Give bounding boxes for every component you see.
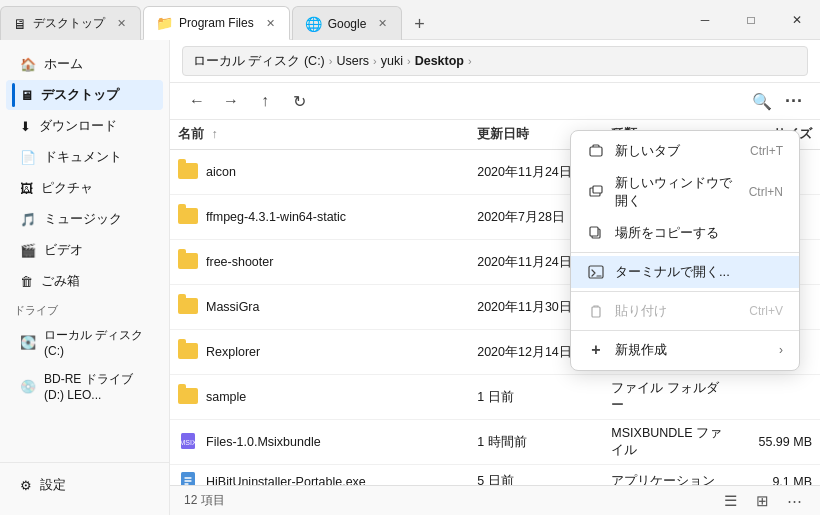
breadcrumb-yuki: yuki	[381, 54, 403, 68]
tab-google-close[interactable]: ✕	[376, 15, 389, 32]
file-name-cell: free-shooter	[170, 240, 469, 285]
sidebar-footer: ⚙ 設定	[0, 462, 169, 507]
up-button[interactable]: ↑	[250, 87, 280, 115]
ctx-newwindow-shortcut: Ctrl+N	[749, 185, 783, 199]
file-name: Files-1.0.Msixbundle	[206, 435, 321, 449]
more-button[interactable]: ···	[780, 87, 808, 115]
sidebar-item-home[interactable]: 🏠 ホーム	[6, 49, 163, 79]
tab-desktop[interactable]: 🖥 デスクトップ ✕	[0, 6, 141, 40]
search-button[interactable]: 🔍	[748, 87, 776, 115]
back-button[interactable]: ←	[182, 87, 212, 115]
maximize-button[interactable]: □	[728, 0, 774, 39]
ctx-terminal[interactable]: ターミナルで開く...	[571, 256, 799, 288]
svg-rect-12	[590, 227, 598, 236]
status-right: ☰ ⊞ ⋯	[718, 489, 806, 513]
ctx-paste-icon	[587, 302, 605, 320]
sidebar-item-bdre[interactable]: 💿 BD-RE ドライブ (D:) LEO...	[6, 365, 163, 408]
forward-button[interactable]: →	[216, 87, 246, 115]
layout-icon[interactable]: ⊞	[750, 489, 774, 513]
window-controls: ─ □ ✕	[682, 0, 820, 39]
tab-programfiles[interactable]: 📁 Program Files ✕	[143, 6, 290, 40]
ctx-paste[interactable]: 貼り付け Ctrl+V	[571, 295, 799, 327]
table-row[interactable]: sample 1 日前 ファイル フォルダー	[170, 375, 820, 420]
ctx-newtab-shortcut: Ctrl+T	[750, 144, 783, 158]
svg-text:MSIX: MSIX	[179, 439, 196, 446]
address-bar: ローカル ディスク (C:) › Users › yuki › Desktop …	[170, 40, 820, 83]
file-date: 5 日前	[469, 465, 603, 486]
ctx-new-icon: +	[587, 341, 605, 359]
sidebar-desktop-label: デスクトップ	[41, 86, 119, 104]
file-kind: アプリケーション	[603, 465, 737, 486]
ctx-new-label: 新規作成	[615, 341, 769, 359]
ctx-terminal-icon	[587, 263, 605, 281]
close-button[interactable]: ✕	[774, 0, 820, 39]
sidebar-home-label: ホーム	[44, 55, 83, 73]
col-name-header[interactable]: 名前 ↑	[170, 120, 469, 150]
file-kind: ファイル フォルダー	[603, 375, 737, 420]
ctx-sep3	[571, 330, 799, 331]
sidebar-item-trash[interactable]: 🗑 ごみ箱	[6, 266, 163, 296]
file-name-cell: Rexplorer	[170, 330, 469, 375]
file-size: 9.1 MB	[737, 465, 820, 486]
ctx-newwindow[interactable]: 新しいウィンドウで開く Ctrl+N	[571, 167, 799, 217]
sidebar-item-pictures[interactable]: 🖼 ピクチャ	[6, 173, 163, 203]
sidebar-item-desktop[interactable]: 🖥 デスクトップ	[6, 80, 163, 110]
titlebar: 🖥 デスクトップ ✕ 📁 Program Files ✕ 🌐 Google ✕ …	[0, 0, 820, 40]
file-name-cell: MSIX Files-1.0.Msixbundle	[170, 420, 469, 465]
sidebar-item-downloads[interactable]: ⬇ ダウンロード	[6, 111, 163, 141]
tabs-area: 🖥 デスクトップ ✕ 📁 Program Files ✕ 🌐 Google ✕ …	[0, 0, 682, 39]
ctx-newwindow-label: 新しいウィンドウで開く	[615, 174, 739, 210]
content-area: ローカル ディスク (C:) › Users › yuki › Desktop …	[170, 40, 820, 515]
file-name-cell: aicon	[170, 150, 469, 195]
ctx-newtab-icon	[587, 142, 605, 160]
downloads-icon: ⬇	[20, 119, 31, 134]
ctx-new-arrow: ›	[779, 343, 783, 357]
file-name-cell: ffmpeg-4.3.1-win64-static	[170, 195, 469, 240]
refresh-button[interactable]: ↻	[284, 87, 314, 115]
file-kind: MSIXBUNDLE ファイル	[603, 420, 737, 465]
sidebar-item-music[interactable]: 🎵 ミュージック	[6, 204, 163, 234]
sidebar-item-documents[interactable]: 📄 ドキュメント	[6, 142, 163, 172]
tab-desktop-close[interactable]: ✕	[115, 15, 128, 32]
file-name: sample	[206, 390, 246, 404]
ctx-new[interactable]: + 新規作成 ›	[571, 334, 799, 366]
ctx-copyloc[interactable]: 場所をコピーする	[571, 217, 799, 249]
pictures-icon: 🖼	[20, 181, 33, 196]
svg-rect-10	[593, 186, 602, 193]
ctx-terminal-label: ターミナルで開く...	[615, 263, 773, 281]
minimize-button[interactable]: ─	[682, 0, 728, 39]
file-icon	[178, 470, 198, 485]
tab-google[interactable]: 🌐 Google ✕	[292, 6, 403, 40]
new-tab-button[interactable]: +	[404, 9, 434, 39]
sidebar-item-videos[interactable]: 🎬 ビデオ	[6, 235, 163, 265]
ctx-copyloc-label: 場所をコピーする	[615, 224, 773, 242]
status-bar: 12 項目 ☰ ⊞ ⋯	[170, 485, 820, 515]
desktop-icon: 🖥	[20, 88, 33, 103]
sort-icon[interactable]: ☰	[718, 489, 742, 513]
tab-google-label: Google	[328, 17, 367, 31]
tab-desktop-label: デスクトップ	[33, 15, 105, 32]
svg-rect-14	[592, 307, 600, 317]
file-name-cell: MassiGra	[170, 285, 469, 330]
drive-section-header: ドライブ	[0, 297, 169, 320]
file-name: MassiGra	[206, 300, 259, 314]
tab-programfiles-close[interactable]: ✕	[264, 15, 277, 32]
options-icon[interactable]: ⋯	[782, 489, 806, 513]
file-name: ffmpeg-4.3.1-win64-static	[206, 210, 346, 224]
ctx-newtab[interactable]: 新しいタブ Ctrl+T	[571, 135, 799, 167]
music-icon: 🎵	[20, 212, 36, 227]
file-icon: MSIX	[178, 431, 198, 454]
sidebar-downloads-label: ダウンロード	[39, 117, 117, 135]
table-row[interactable]: MSIX Files-1.0.Msixbundle 1 時間前 MSIXBUND…	[170, 420, 820, 465]
ctx-copyloc-icon	[587, 224, 605, 242]
ctx-sep1	[571, 252, 799, 253]
home-icon: 🏠	[20, 57, 36, 72]
sidebar-item-localc[interactable]: 💽 ローカル ディスク (C:)	[6, 321, 163, 364]
table-row[interactable]: HiBitUninstaller-Portable.exe 5 日前 アプリケー…	[170, 465, 820, 486]
sidebar-documents-label: ドキュメント	[44, 148, 122, 166]
breadcrumb[interactable]: ローカル ディスク (C:) › Users › yuki › Desktop …	[182, 46, 808, 76]
toolbar: ← → ↑ ↻ 🔍 ···	[170, 83, 820, 120]
sidebar-item-settings[interactable]: ⚙ 設定	[6, 470, 163, 500]
file-name: aicon	[206, 165, 236, 179]
sidebar-settings-label: 設定	[40, 476, 66, 494]
